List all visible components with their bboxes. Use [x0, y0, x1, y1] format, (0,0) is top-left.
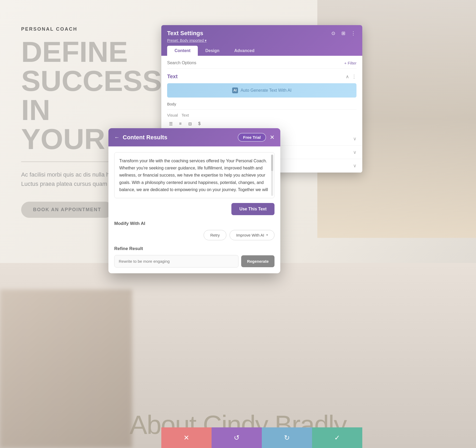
- filter-button[interactable]: + Filter: [344, 61, 356, 65]
- visual-text-section: Visual Text: [167, 109, 356, 117]
- book-appointment-button[interactable]: BOOK AN APPOINTMENT: [21, 202, 113, 218]
- panel-header-icons: ⊙ ⊞ ⋮: [330, 30, 356, 36]
- accordion-chevron-1: ∨: [353, 136, 356, 142]
- use-this-text-container: Use This Text: [114, 203, 274, 215]
- align-center-icon[interactable]: ≡: [177, 120, 184, 127]
- currency-icon[interactable]: $: [196, 120, 203, 127]
- bottom-left-photo: [0, 289, 132, 448]
- refine-input-row: Regenerate: [114, 255, 274, 267]
- grid-icon[interactable]: ⊞: [340, 30, 346, 36]
- refine-section: Refine Result Regenerate: [114, 246, 274, 267]
- accordion-chevron-3: ∨: [353, 163, 356, 169]
- redo-icon: ↻: [284, 434, 290, 442]
- search-input[interactable]: [167, 61, 344, 65]
- improve-chevron-icon: ▾: [266, 233, 268, 237]
- panel-tabs: Content Design Advanced: [167, 46, 356, 56]
- cancel-button[interactable]: ✕: [161, 427, 212, 448]
- tab-content[interactable]: Content: [167, 46, 198, 56]
- accordion-chevron-2: ∨: [353, 149, 356, 155]
- close-icon[interactable]: ✕: [270, 134, 274, 141]
- back-icon[interactable]: ←: [114, 134, 120, 140]
- use-this-text-button[interactable]: Use This Text: [231, 203, 274, 215]
- bottom-toolbar: ✕ ↺ ↻ ✓: [161, 427, 362, 448]
- chevron-up-icon[interactable]: ∧: [346, 74, 349, 80]
- ai-icon: AI: [232, 87, 238, 93]
- more-vert-icon[interactable]: ⋮: [352, 74, 356, 80]
- free-trial-button[interactable]: Free Trial: [238, 133, 266, 142]
- text-section-title: Text: [167, 73, 178, 80]
- result-text-box: Transform your life with the coaching se…: [114, 152, 274, 198]
- modal-header-right: Free Trial ✕: [238, 133, 274, 142]
- tab-design[interactable]: Design: [198, 46, 227, 56]
- undo-icon: ↺: [234, 434, 240, 442]
- panel-header-top: Text Settings ⊙ ⊞ ⋮: [167, 30, 356, 37]
- scrollbar[interactable]: [271, 155, 273, 196]
- confirm-button[interactable]: ✓: [312, 427, 362, 448]
- more-options-icon[interactable]: ⋮: [350, 30, 356, 36]
- bottom-section: About Cindy Bradly: [0, 263, 476, 448]
- text-section-icons: ∧ ⋮: [346, 74, 356, 80]
- improve-with-ai-button[interactable]: Improve With AI ▾: [230, 230, 274, 240]
- modal-body: Transform your life with the coaching se…: [108, 146, 280, 273]
- panel-body: + Filter Text ∧ ⋮ AI Auto Generate Text …: [161, 56, 362, 132]
- panel-header: Text Settings ⊙ ⊞ ⋮ Preset: Body importe…: [161, 25, 362, 56]
- modal-header-left: ← Content Results: [114, 134, 167, 141]
- ai-generate-label: Auto Generate Text With AI: [241, 88, 292, 93]
- modal-title: Content Results: [123, 134, 167, 141]
- improve-label: Improve With AI: [236, 233, 264, 237]
- cancel-icon: ✕: [184, 434, 189, 442]
- camera-icon[interactable]: ⊙: [330, 30, 336, 36]
- redo-button[interactable]: ↻: [262, 427, 312, 448]
- result-text: Transform your life with the coaching se…: [119, 159, 268, 192]
- text-label: Text: [182, 113, 189, 117]
- preset-label[interactable]: Preset: Body imported ▾: [167, 38, 207, 43]
- modify-section: Modify With AI Retry Improve With AI ▾: [114, 221, 274, 240]
- scrollbar-thumb: [271, 155, 273, 171]
- modify-buttons: Retry Improve With AI ▾: [114, 230, 274, 240]
- align-left-icon[interactable]: ☰: [167, 120, 175, 127]
- regenerate-button[interactable]: Regenerate: [241, 255, 274, 267]
- ai-generate-button[interactable]: AI Auto Generate Text With AI: [167, 83, 356, 98]
- visual-label: Visual: [167, 113, 178, 117]
- refine-section-label: Refine Result: [114, 246, 274, 251]
- tab-advanced[interactable]: Advanced: [227, 46, 262, 56]
- text-section-header: Text ∧ ⋮: [167, 73, 356, 80]
- confirm-icon: ✓: [334, 434, 340, 442]
- body-label: Body: [167, 102, 356, 106]
- undo-button[interactable]: ↺: [212, 427, 262, 448]
- format-icons: ☰ ≡ ⊟ $: [167, 120, 356, 127]
- panel-preset: Preset: Body imported ▾: [167, 38, 356, 43]
- retry-button[interactable]: Retry: [204, 230, 226, 240]
- content-results-modal: ← Content Results Free Trial ✕ Transform…: [108, 128, 280, 273]
- modal-header: ← Content Results Free Trial ✕: [108, 128, 280, 146]
- search-bar: + Filter: [167, 61, 356, 69]
- refine-input[interactable]: [114, 255, 239, 267]
- align-right-icon[interactable]: ⊟: [186, 120, 194, 127]
- panel-title: Text Settings: [167, 30, 203, 37]
- modify-section-label: Modify With AI: [114, 221, 274, 226]
